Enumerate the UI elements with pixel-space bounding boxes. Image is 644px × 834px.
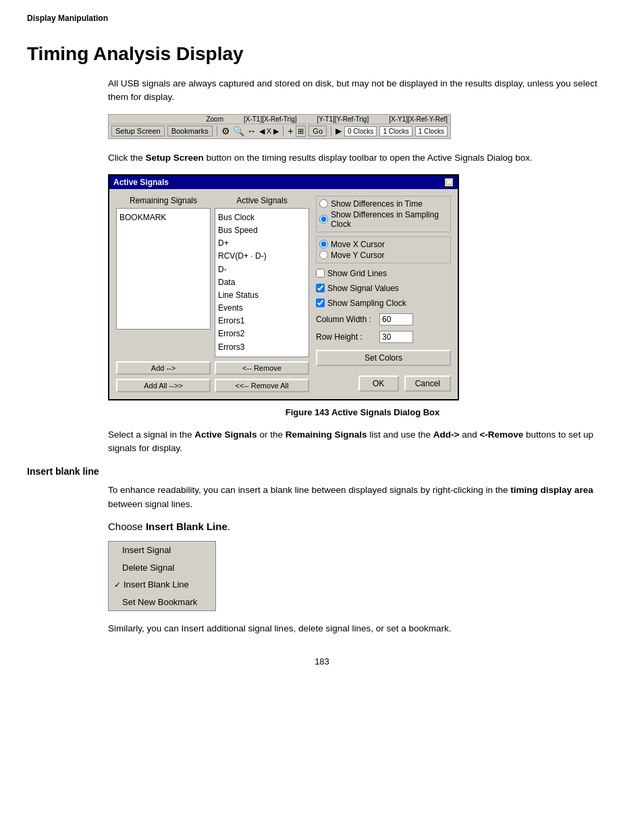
choose-end: . xyxy=(227,521,230,532)
show-grid-row: Show Grid Lines xyxy=(316,269,451,278)
toolbar-cell-1: 0 Clocks xyxy=(344,126,377,136)
list-item: Events xyxy=(218,302,306,315)
toolbar-cell-2: 1 Clocks xyxy=(379,126,412,136)
toolbar-icon-5: + xyxy=(288,126,293,136)
desc-bold-2: Remaining Signals xyxy=(286,429,367,440)
dialog-title: Active Signals xyxy=(113,178,169,187)
toolbar-separator-2 xyxy=(283,126,284,136)
setup-text-1: Click the xyxy=(108,153,146,163)
show-grid-checkbox[interactable] xyxy=(316,269,325,278)
dialog-titlebar: Active Signals ✕ xyxy=(109,176,458,189)
set-colors-button[interactable]: Set Colors xyxy=(316,350,451,366)
row-height-row: Row Height : xyxy=(316,331,451,343)
toolbar: Zoom [X-T1][X-Ref-Trig] [Y-T1][Y-Ref-Tri… xyxy=(108,114,451,139)
diff-time-radio[interactable] xyxy=(319,199,328,208)
bookmarks-button[interactable]: Bookmarks xyxy=(167,126,213,136)
column-width-row: Column Width : xyxy=(316,313,451,325)
insert-body-text-2: between signal lines. xyxy=(108,499,192,509)
desc-bold-4: <-Remove xyxy=(479,429,523,440)
desc-text-2: or the xyxy=(257,429,286,440)
active-signals-header: Active Signals xyxy=(215,196,309,205)
cancel-button[interactable]: Cancel xyxy=(404,375,451,392)
toolbar-top: Zoom [X-T1][X-Ref-Trig] [Y-T1][Y-Ref-Tri… xyxy=(109,115,450,124)
move-x-row: Move X Cursor xyxy=(319,240,448,249)
show-signal-label: Show Signal Values xyxy=(327,284,399,293)
toolbar-xy1-label: [X-Y1][X-Ref-Y-Ref] xyxy=(389,115,448,123)
active-signals-col: Active Signals Bus Clock Bus Speed D+ RC… xyxy=(215,196,309,357)
list-item: D+ xyxy=(218,237,306,250)
diff-clock-label: Show Differences in Sampling Clock xyxy=(331,210,448,229)
list-item: RCV(D+ · D-) xyxy=(218,250,306,263)
choose-line-para: Choose Insert Blank Line. xyxy=(108,519,617,535)
active-signals-list[interactable]: Bus Clock Bus Speed D+ RCV(D+ · D-) D- D… xyxy=(215,208,309,357)
remaining-signals-col: Remaining Signals BOOKMARK xyxy=(116,196,211,357)
menu-item-insert-signal[interactable]: Insert Signal xyxy=(109,542,215,559)
toolbar-arrow: ▶ xyxy=(336,126,342,136)
figure-caption: Figure 143 Active Signals Dialog Box xyxy=(108,407,617,417)
desc-text-3: list and use the xyxy=(367,429,433,440)
list-item: Errors3 xyxy=(218,341,306,354)
menu-item-insert-blank[interactable]: Insert Blank Line xyxy=(109,576,215,594)
dialog-body: Remaining Signals BOOKMARK Active Signal… xyxy=(109,189,458,399)
column-width-input[interactable] xyxy=(379,313,413,325)
list-item: D- xyxy=(218,263,306,276)
ok-button[interactable]: OK xyxy=(358,375,399,392)
page-number: 183 xyxy=(27,656,617,667)
setup-screen-button[interactable]: Setup Screen xyxy=(111,126,165,136)
toolbar-icon-3: ↔ xyxy=(247,126,257,136)
toolbar-grid-icon: ⊞ xyxy=(296,126,306,137)
remove-all-button[interactable]: <<-- Remove All xyxy=(215,379,309,392)
diff-clock-row: Show Differences in Sampling Clock xyxy=(319,210,448,229)
row-height-input[interactable] xyxy=(379,331,413,343)
toolbar-icon-2: 🔍 xyxy=(233,126,244,136)
show-sampling-checkbox[interactable] xyxy=(316,298,325,307)
toolbar-xt1-label: [X-T1][X-Ref-Trig] xyxy=(244,115,297,123)
add-button[interactable]: Add --> xyxy=(116,361,211,375)
breadcrumb: Display Manipulation xyxy=(27,14,617,23)
insert-body-text-1: To enhance readability, you can insert a… xyxy=(108,485,510,495)
active-signals-dialog: Active Signals ✕ Remaining Signals BOOKM… xyxy=(108,174,459,400)
desc-bold-3: Add-> xyxy=(433,429,460,440)
add-all-button[interactable]: Add All -->> xyxy=(116,379,211,392)
desc-text-1: Select a signal in the xyxy=(108,429,194,440)
show-signal-row: Show Signal Values xyxy=(316,284,451,293)
diff-clock-radio[interactable] xyxy=(319,215,328,224)
setup-text-bold: Setup Screen xyxy=(146,153,204,163)
figure-caption-text: Figure 143 Active Signals Dialog Box xyxy=(286,407,440,417)
choose-bold: Insert Blank Line xyxy=(146,521,227,532)
list-item: BOOKMARK xyxy=(119,211,207,224)
menu-item-set-bookmark[interactable]: Set New Bookmark xyxy=(109,594,215,611)
insert-blank-line-body: To enhance readability, you can insert a… xyxy=(108,484,617,635)
row-height-label: Row Height : xyxy=(316,332,377,342)
insert-body-para: To enhance readability, you can insert a… xyxy=(108,484,617,511)
signals-panel: Remaining Signals BOOKMARK Active Signal… xyxy=(116,196,309,357)
show-signal-checkbox[interactable] xyxy=(316,284,325,292)
go-button[interactable]: Go xyxy=(308,126,327,136)
page-title: Timing Analysis Display xyxy=(27,43,617,65)
move-x-radio[interactable] xyxy=(319,240,328,249)
move-y-radio[interactable] xyxy=(319,251,328,259)
remaining-signals-list[interactable]: BOOKMARK xyxy=(116,208,211,330)
remaining-signals-header: Remaining Signals xyxy=(116,196,211,205)
cursor-radio-group: Move X Cursor Move Y Cursor xyxy=(316,236,451,263)
setup-text-2: button on the timing results display too… xyxy=(204,153,533,163)
show-grid-label: Show Grid Lines xyxy=(327,269,387,278)
move-y-label: Move Y Cursor xyxy=(331,251,385,260)
show-sampling-label: Show Sampling Clock xyxy=(327,298,406,308)
desc-text-4: and xyxy=(459,429,479,440)
diff-time-label: Show Differences in Time xyxy=(331,199,423,209)
list-item: Errors2 xyxy=(218,328,306,340)
menu-item-delete-signal[interactable]: Delete Signal xyxy=(109,559,215,577)
insert-body-bold: timing display area xyxy=(510,485,593,495)
list-item: Errors1 xyxy=(218,315,306,328)
toolbar-icon-4: ◀ X ▶ xyxy=(259,127,279,136)
diff-time-row: Show Differences in Time xyxy=(319,199,448,209)
context-menu: Insert Signal Delete Signal Insert Blank… xyxy=(108,541,216,611)
description-paragraph: Select a signal in the Active Signals or… xyxy=(108,428,617,456)
dialog-close-button[interactable]: ✕ xyxy=(444,178,454,187)
toolbar-icon-1: ⚙ xyxy=(221,126,230,136)
move-y-row: Move Y Cursor xyxy=(319,251,448,260)
signals-buttons: Add --> <-- Remove xyxy=(116,361,309,375)
remove-button[interactable]: <-- Remove xyxy=(215,361,309,375)
show-sampling-row: Show Sampling Clock xyxy=(316,298,451,308)
